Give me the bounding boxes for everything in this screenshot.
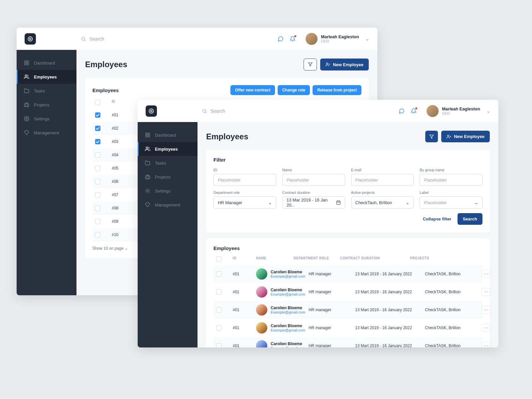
filter-input-group[interactable] bbox=[420, 174, 482, 186]
filter-toggle-button[interactable] bbox=[304, 59, 317, 70]
employee-avatar bbox=[256, 286, 267, 298]
select-value: CheckTash, Brillion bbox=[355, 200, 392, 205]
button-label: New Employee bbox=[454, 134, 484, 139]
sidebar-item-management[interactable]: Management bbox=[138, 198, 198, 212]
row-checkbox[interactable] bbox=[95, 205, 100, 211]
row-checkbox[interactable] bbox=[216, 325, 221, 331]
table-row[interactable]: #01 Carolien BloemeExample@gmail.com HR … bbox=[213, 337, 482, 347]
row-checkbox[interactable] bbox=[95, 192, 100, 198]
employee-email[interactable]: Example@gmail.com bbox=[271, 328, 305, 332]
sidebar-item-management[interactable]: Management bbox=[17, 126, 76, 140]
row-checkbox[interactable] bbox=[216, 289, 221, 295]
sidebar-item-dashboard[interactable]: Dashboard bbox=[138, 128, 198, 142]
sidebar-item-settings[interactable]: Settings bbox=[138, 184, 198, 198]
offer-contract-button[interactable]: Offer new contract bbox=[230, 85, 275, 95]
table-row[interactable]: #01 Carolien BloemeExample@gmail.com HR … bbox=[213, 283, 482, 301]
filter-select-projects[interactable]: CheckTash, Brillion⌄ bbox=[351, 197, 414, 208]
collapse-filter-link[interactable]: Collapse filter bbox=[423, 216, 452, 221]
sidebar-item-dashboard[interactable]: Dashboard bbox=[17, 56, 76, 70]
filter-title: Filter bbox=[213, 157, 482, 163]
release-project-button[interactable]: Release from project bbox=[313, 85, 361, 95]
cell-projects: CheckTASK, Brillion bbox=[425, 308, 478, 312]
user-menu[interactable]: Marleah Eagleston CEO ⌄ bbox=[427, 105, 490, 117]
filter-input-name[interactable] bbox=[282, 174, 345, 186]
search-button[interactable]: Search bbox=[458, 213, 482, 225]
cell-id: #09 bbox=[112, 219, 132, 224]
employee-name: Carolien Bloeme bbox=[271, 288, 305, 292]
search-icon bbox=[81, 36, 86, 42]
cell-role: HR manager bbox=[309, 308, 352, 312]
column-name: NAME bbox=[256, 256, 290, 262]
svg-point-7 bbox=[25, 75, 27, 76]
users-icon bbox=[145, 146, 150, 152]
change-role-button[interactable]: Change role bbox=[278, 85, 310, 95]
table-row[interactable]: #01 Carolien BloemeExample@gmail.com HR … bbox=[213, 265, 482, 283]
row-checkbox[interactable] bbox=[95, 139, 100, 144]
svg-point-16 bbox=[203, 109, 206, 112]
row-actions-button[interactable]: ⋯ bbox=[481, 342, 491, 347]
messages-icon[interactable] bbox=[278, 36, 284, 42]
row-checkbox[interactable] bbox=[95, 152, 100, 158]
svg-point-11 bbox=[327, 63, 328, 65]
search-input[interactable]: Search bbox=[202, 108, 399, 114]
app-logo[interactable] bbox=[146, 105, 157, 117]
employee-name: Carolien Bloeme bbox=[271, 270, 305, 274]
row-checkbox[interactable] bbox=[95, 166, 100, 171]
new-employee-button[interactable]: New Employee bbox=[441, 131, 490, 142]
row-checkbox[interactable] bbox=[216, 343, 221, 347]
svg-rect-5 bbox=[27, 63, 29, 65]
app-logo[interactable] bbox=[25, 33, 36, 45]
filter-input-id[interactable] bbox=[213, 174, 276, 186]
row-checkbox[interactable] bbox=[95, 179, 100, 184]
sidebar-item-projects[interactable]: Projects bbox=[138, 170, 198, 184]
employee-email[interactable]: Example@gmail.com bbox=[271, 292, 305, 296]
table-row[interactable]: #01 Carolien BloemeExample@gmail.com HR … bbox=[213, 319, 482, 337]
cell-id: #06 bbox=[112, 179, 132, 184]
employee-name: Carolien Bloeme bbox=[271, 324, 305, 328]
messages-icon[interactable] bbox=[399, 108, 405, 114]
row-actions-button[interactable]: ⋯ bbox=[481, 306, 491, 314]
search-input[interactable]: Search bbox=[81, 36, 278, 42]
employee-email[interactable]: Example@gmail.com bbox=[271, 274, 305, 278]
sidebar-item-settings[interactable]: Settings bbox=[17, 112, 76, 126]
folder-icon bbox=[24, 88, 29, 93]
table-row[interactable]: #01 Carolien BloemeExample@gmail.com HR … bbox=[213, 301, 482, 319]
select-all-checkbox[interactable] bbox=[95, 100, 100, 105]
row-actions-button[interactable]: ⋯ bbox=[481, 270, 491, 278]
row-actions-button[interactable]: ⋯ bbox=[481, 324, 491, 332]
employee-email[interactable]: Example@gmail.com bbox=[271, 346, 305, 347]
search-placeholder: Search bbox=[89, 36, 104, 42]
row-checkbox[interactable] bbox=[95, 219, 100, 224]
window-front: Search Marleah Eagleston CEO ⌄ Dashboard… bbox=[138, 100, 498, 347]
row-checkbox[interactable] bbox=[95, 112, 100, 118]
sidebar-item-employees[interactable]: Employees bbox=[138, 142, 198, 156]
filter-select-role[interactable]: HR Manager⌄ bbox=[213, 197, 276, 208]
filter-toggle-button[interactable] bbox=[425, 131, 438, 142]
filter-label-projects: Active projects bbox=[351, 191, 414, 195]
row-checkbox[interactable] bbox=[95, 126, 100, 131]
row-checkbox[interactable] bbox=[216, 271, 221, 277]
notifications-icon[interactable] bbox=[411, 108, 417, 114]
sidebar-item-employees[interactable]: Employees bbox=[17, 70, 76, 84]
row-checkbox[interactable] bbox=[216, 307, 221, 313]
employee-email[interactable]: Example@gmail.com bbox=[271, 310, 305, 314]
page-size-selector[interactable]: Show 10 on page ⌄ bbox=[92, 246, 128, 251]
row-actions-button[interactable]: ⋯ bbox=[481, 288, 491, 296]
select-value: HR Manager bbox=[218, 200, 242, 205]
filter-label-label: Label bbox=[420, 191, 482, 195]
cell-id: #07 bbox=[112, 193, 132, 197]
user-menu[interactable]: Marleah Eagleston CEO ⌄ bbox=[306, 33, 369, 45]
user-plus-icon bbox=[326, 62, 330, 67]
cell-projects: CheckTASK, Brillion bbox=[425, 326, 478, 330]
sidebar-item-tasks[interactable]: Tasks bbox=[138, 156, 198, 170]
filter-date-range[interactable]: 13 Mar 2019 - 16 Jan 20.. bbox=[282, 197, 345, 208]
new-employee-button[interactable]: New Employee bbox=[320, 59, 369, 70]
sidebar-item-projects[interactable]: Projects bbox=[17, 98, 76, 112]
row-checkbox[interactable] bbox=[95, 232, 100, 237]
sidebar-item-tasks[interactable]: Tasks bbox=[17, 84, 76, 98]
filter-input-email[interactable] bbox=[351, 174, 414, 186]
filter-select-label[interactable]: Placeholder⌄ bbox=[420, 197, 482, 208]
notifications-icon[interactable] bbox=[290, 36, 296, 42]
cell-person: Carolien BloemeExample@gmail.com bbox=[256, 322, 305, 333]
select-all-checkbox[interactable] bbox=[216, 256, 221, 262]
